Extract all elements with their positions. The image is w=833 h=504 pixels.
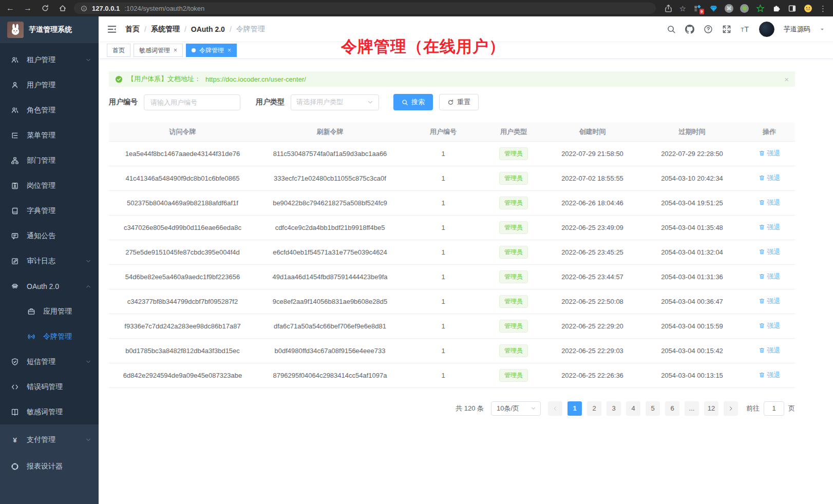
tab-令牌管理[interactable]: 令牌管理×	[186, 44, 237, 57]
caret-down-icon[interactable]	[820, 27, 825, 32]
user-type-cell: 管理员	[483, 363, 544, 387]
chevron-down-icon	[367, 99, 373, 105]
force-logout-button[interactable]: 强退	[759, 346, 781, 355]
page-size-select[interactable]: 10条/页	[491, 401, 541, 416]
puzzle-extension-icon[interactable]	[771, 4, 781, 13]
address-bar[interactable]: 127.0.0.1:1024/system/oauth2/token	[74, 3, 656, 14]
browser-menu-icon[interactable]: ⋮	[819, 5, 827, 12]
force-logout-button[interactable]: 强退	[759, 223, 781, 232]
force-logout-button[interactable]: 强退	[759, 149, 781, 158]
sidebar-item-sensitive[interactable]: 敏感词管理	[0, 399, 99, 424]
chevron-down-icon	[531, 405, 536, 411]
user-type-select[interactable]: 请选择用户类型	[291, 94, 379, 110]
record-extension-icon[interactable]	[740, 4, 749, 13]
command-extension-icon[interactable]: ⌘	[725, 4, 733, 13]
created-at-cell: 2022-06-25 23:49:09	[544, 215, 640, 240]
sidebar-item-dict[interactable]: 字典管理	[0, 198, 99, 223]
info-icon[interactable]	[81, 5, 87, 12]
force-logout-button[interactable]: 强退	[759, 371, 781, 380]
sidebar-item-post[interactable]: 岗位管理	[0, 173, 99, 198]
sidebar-item-oauth-app[interactable]: 应用管理	[0, 299, 99, 324]
sidebar-item-label: 令牌管理	[43, 332, 72, 341]
force-logout-label: 强退	[767, 223, 781, 232]
force-logout-button[interactable]: 强退	[759, 297, 781, 306]
sidebar-item-errcode[interactable]: 错误码管理	[0, 374, 99, 399]
prev-page-button[interactable]	[548, 401, 562, 416]
bookmark-star-icon[interactable]: ☆	[679, 5, 686, 12]
filter-bar: 用户编号 用户类型 请选择用户类型 搜索 重置	[109, 94, 795, 110]
sidebar-item-pay[interactable]: ¥支付管理	[0, 427, 99, 453]
sidebar-item-tenant[interactable]: 租户管理	[0, 47, 99, 72]
menu-tree-icon	[10, 131, 20, 140]
reset-button[interactable]: 重置	[439, 94, 479, 110]
search-button[interactable]: 搜索	[393, 94, 433, 110]
column-header: 用户编号	[404, 123, 483, 141]
github-icon[interactable]	[685, 25, 694, 34]
page-button-6[interactable]: 6	[665, 401, 679, 416]
sidepanel-extension-icon[interactable]	[787, 4, 797, 13]
share-icon[interactable]	[664, 4, 673, 13]
tab-close-icon[interactable]: ×	[174, 47, 177, 53]
sidebar-item-audit[interactable]: 审计日志	[0, 248, 99, 274]
user-avatar[interactable]	[759, 22, 774, 37]
breadcrumb-item[interactable]: OAuth 2.0	[191, 25, 225, 33]
font-size-icon[interactable]: TT	[741, 25, 750, 34]
sidebar-item-menu[interactable]: 菜单管理	[0, 123, 99, 148]
created-at-cell: 2022-07-29 21:58:50	[544, 141, 640, 166]
emoji-extension-icon[interactable]	[803, 4, 812, 13]
back-icon[interactable]: ←	[6, 4, 14, 12]
page-button-5[interactable]: 5	[646, 401, 660, 416]
refresh-token-cell: b0df4980ffd34c67a08f9156e4eee733	[256, 338, 404, 363]
star-extension-icon[interactable]	[755, 4, 765, 13]
user-id-input[interactable]	[144, 94, 240, 110]
page-button-1[interactable]: 1	[567, 401, 582, 416]
force-logout-button[interactable]: 强退	[759, 198, 781, 207]
sidebar-item-oauth-token[interactable]: 令牌管理	[0, 324, 99, 349]
tab-敏感词管理[interactable]: 敏感词管理×	[134, 44, 183, 57]
sidebar-item-sms[interactable]: 短信管理	[0, 349, 99, 374]
user-name[interactable]: 芋道源码	[784, 25, 810, 34]
force-logout-button[interactable]: 强退	[759, 321, 781, 331]
table-row: 275e5de9151045fe87cbdc395e004f4de6cfd40e…	[109, 240, 795, 264]
reload-icon[interactable]	[41, 4, 49, 12]
help-icon[interactable]	[704, 25, 713, 34]
breadcrumb-item[interactable]: 系统管理	[151, 25, 180, 34]
fullscreen-icon[interactable]	[722, 25, 731, 34]
page-button-2[interactable]: 2	[587, 401, 601, 416]
page-button-4[interactable]: 4	[626, 401, 640, 416]
force-logout-label: 强退	[767, 149, 781, 158]
more-pages-button[interactable]: ...	[685, 401, 699, 416]
sidebar-item-notice[interactable]: 通知公告	[0, 223, 99, 248]
sidebar-item-report[interactable]: 报表设计器	[0, 453, 99, 480]
app-logo-row[interactable]: 芋道管理系统	[0, 16, 99, 43]
sidebar-item-oauth[interactable]: OAuth 2.0	[0, 274, 99, 299]
force-logout-button[interactable]: 强退	[759, 247, 781, 257]
chevron-up-icon	[85, 283, 91, 289]
breadcrumb: 首页/系统管理/OAuth 2.0/令牌管理	[125, 25, 265, 34]
force-logout-button[interactable]: 强退	[759, 272, 781, 281]
forward-icon[interactable]: →	[24, 4, 32, 12]
page-button-3[interactable]: 3	[607, 401, 621, 416]
gem-extension-icon[interactable]	[709, 4, 718, 13]
next-page-button[interactable]	[724, 401, 738, 416]
access-token-cell: 41c41346a548490f9dc8b01c6bfe0865	[109, 166, 256, 190]
alert-doc-link[interactable]: https://doc.iocoder.cn/user-center/	[205, 75, 306, 83]
sidebar-menu-bottom: ¥支付管理报表设计器	[0, 424, 99, 504]
home-icon[interactable]	[59, 4, 67, 12]
trash-icon	[759, 150, 765, 157]
extension-grid-icon[interactable]: 9	[693, 4, 702, 13]
goto-page-input[interactable]	[764, 401, 784, 416]
tab-close-icon[interactable]: ×	[228, 47, 231, 53]
sidebar-item-user[interactable]: 用户管理	[0, 72, 99, 98]
sidebar-item-dept[interactable]: 部门管理	[0, 148, 99, 173]
alert-close-icon[interactable]: ×	[784, 71, 789, 87]
collapse-sidebar-icon[interactable]	[107, 24, 117, 34]
force-logout-button[interactable]: 强退	[759, 173, 781, 183]
search-icon[interactable]	[667, 25, 676, 34]
tab-首页[interactable]: 首页	[107, 44, 130, 57]
breadcrumb-item[interactable]: 首页	[125, 25, 140, 34]
sidebar-item-role[interactable]: 角色管理	[0, 98, 99, 123]
sidebar-item-label: 部门管理	[27, 156, 55, 165]
access-token-cell: 1ea5e44f8bc1467aaede43144f31de76	[109, 141, 256, 166]
page-button-12[interactable]: 12	[704, 401, 718, 416]
